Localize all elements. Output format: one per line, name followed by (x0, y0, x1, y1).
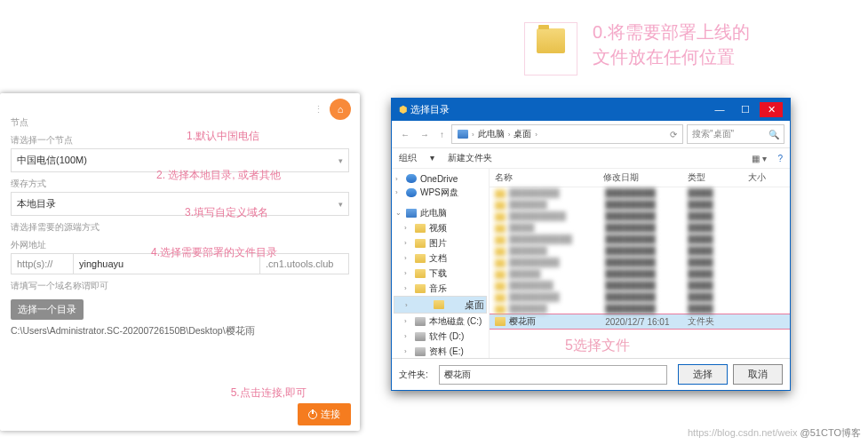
tree-ddrive[interactable]: ›软件 (D:) (394, 329, 487, 344)
tree-cdrive[interactable]: ›本地磁盘 (C:) (394, 314, 487, 329)
search-placeholder: 搜索"桌面" (692, 128, 734, 140)
dialog-titlebar[interactable]: ⬢ 选择目录 — ☐ ✕ (392, 99, 790, 121)
connect-button[interactable]: 连接 (298, 403, 351, 425)
node-label: 节点 (11, 116, 349, 129)
dir-select-value: 本地目录 (17, 197, 56, 211)
tree-downloads[interactable]: ›下载 (394, 266, 487, 281)
line-select-value: 中国电信(100M) (17, 154, 87, 167)
list-item[interactable]: ███████████████████ (490, 280, 790, 291)
list-item-selected[interactable]: 樱花雨 2020/12/7 16:01 文件夹 (490, 314, 790, 329)
config-panel: ⋮ ⌂ 节点 请选择一个节点 中国电信(100M) ▾ 1.默认中国电信 缓存方… (0, 93, 360, 431)
annotation-3: 3.填写自定义域名 (185, 205, 268, 220)
folder-picker-dialog: ⬢ 选择目录 — ☐ ✕ ← → ↑ ›此电脑 ›桌面 › ⟳ 搜索"桌面" 🔍… (391, 98, 791, 391)
tree-music[interactable]: ›音乐 (394, 281, 487, 296)
dialog-title: 选择目录 (410, 104, 450, 115)
new-folder-button[interactable]: 新建文件夹 (448, 153, 492, 163)
connect-button-label: 连接 (321, 408, 340, 421)
list-item[interactable]: █████████████████ (490, 268, 790, 280)
list-item[interactable]: ████████████████████ (490, 187, 790, 199)
annotation-5-left: 5.点击连接,即可 (231, 385, 307, 401)
list-header[interactable]: 名称 修改日期 类型 大小 (490, 169, 790, 187)
list-item[interactable]: ██████████████████ (490, 199, 790, 211)
dir-select[interactable]: 本地目录 ▾ (11, 192, 349, 216)
nav-back-button[interactable]: ← (397, 130, 413, 139)
list-item[interactable]: ████████████████ (490, 222, 790, 234)
annotation-5-dialog: 5选择文件 (565, 337, 630, 355)
close-button[interactable]: ✕ (760, 102, 783, 117)
desktop-folder-label: 樱花雨 (529, 57, 573, 69)
tree-pictures[interactable]: ›图片 (394, 235, 487, 250)
nav-forward-button[interactable]: → (417, 130, 433, 139)
minimize-button[interactable]: — (708, 104, 731, 115)
power-icon (308, 410, 317, 419)
search-input[interactable]: 搜索"桌面" 🔍 (687, 124, 784, 144)
desktop-folder[interactable]: 樱花雨 (524, 22, 577, 75)
tree-edrive[interactable]: ›资料 (E:) (394, 344, 487, 358)
selected-path: C:\Users\Administrator.SC-20200726150B\D… (11, 325, 349, 338)
url-prefix: http(s):// (11, 253, 73, 274)
filename-label: 文件夹: (399, 369, 428, 381)
crumb-desktop[interactable]: 桌面 (514, 128, 531, 140)
col-size: 大小 (743, 169, 790, 187)
nav-tree: ›OneDrive ›WPS网盘 ⌄此电脑 ›视频 ›图片 ›文档 ›下载 ›音… (392, 169, 490, 358)
shield-icon: ⬢ (399, 104, 408, 115)
annotation-2: 2. 选择本地目录, 或者其他 (156, 168, 281, 183)
annotation-4: 4.选择需要部署的文件目录 (151, 245, 277, 260)
nav-up-button[interactable]: ↑ (436, 130, 448, 139)
pick-folder-button[interactable]: 选择一个目录 (11, 299, 84, 320)
list-item[interactable]: ████████████████████ (490, 291, 790, 303)
list-item[interactable]: █████████████████████ (490, 211, 790, 222)
source-label: 请选择需要的源端方式 (11, 221, 349, 234)
list-item[interactable]: ██████████████████████ (490, 234, 790, 245)
crumb-thispc[interactable]: 此电脑 (478, 128, 505, 140)
col-date: 修改日期 (598, 169, 682, 187)
node-sub: 请选择一个节点 (11, 134, 349, 147)
watermark: https://blog.csdn.net/weix @51CTO博客 (688, 426, 861, 440)
url-hint: 请填写一个域名称谓即可 (11, 280, 349, 292)
col-type: 类型 (682, 169, 742, 187)
home-button[interactable]: ⌂ (330, 99, 351, 120)
annotation-0: 0.将需要部署上线的 文件放在任何位置 (593, 20, 750, 69)
tree-thispc[interactable]: ⌄此电脑 (394, 205, 487, 220)
breadcrumb[interactable]: ›此电脑 ›桌面 › ⟳ (451, 124, 683, 144)
more-icon[interactable]: ⋮ (314, 104, 324, 115)
cancel-button[interactable]: 取消 (733, 364, 783, 385)
tree-desktop[interactable]: ›桌面 (394, 296, 487, 314)
filename-input[interactable]: 樱花雨 (439, 365, 667, 385)
maximize-button[interactable]: ☐ (734, 104, 757, 115)
refresh-icon[interactable]: ⟳ (670, 130, 677, 139)
annotation-1: 1.默认中国电信 (187, 129, 259, 144)
tree-onedrive[interactable]: ›OneDrive (394, 172, 487, 185)
tree-video[interactable]: ›视频 (394, 220, 487, 235)
tree-wps[interactable]: ›WPS网盘 (394, 185, 487, 200)
search-icon: 🔍 (768, 130, 779, 139)
tree-documents[interactable]: ›文档 (394, 250, 487, 266)
file-list: 名称 修改日期 类型 大小 ████████████████████ █████… (490, 169, 790, 358)
col-name: 名称 (490, 169, 598, 187)
organize-menu[interactable]: 组织 ▾ (399, 153, 434, 163)
list-item[interactable]: ██████████████████ (490, 303, 790, 314)
ok-button[interactable]: 选择 (678, 364, 728, 385)
pc-icon (458, 130, 468, 139)
list-item[interactable]: ████████████████████ (490, 257, 790, 268)
chevron-down-icon: ▾ (338, 200, 343, 209)
help-icon[interactable]: ? (777, 154, 783, 163)
folder-icon (537, 28, 565, 53)
list-item[interactable]: ██████████████████ (490, 245, 790, 257)
view-icon[interactable]: ▦ ▾ (752, 154, 767, 163)
chevron-down-icon: ▾ (338, 156, 343, 165)
